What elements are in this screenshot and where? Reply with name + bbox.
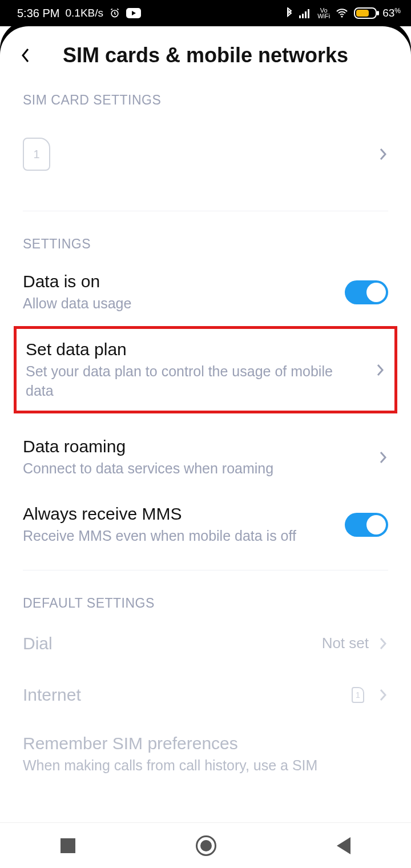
sim-card-icon: 1 xyxy=(23,138,50,171)
nav-home-icon[interactable] xyxy=(196,835,216,856)
screen: SIM cards & mobile networks SIM CARD SET… xyxy=(0,26,411,822)
battery-percent-value: 63 xyxy=(382,7,394,19)
row-mobile-data[interactable]: Data is on Allow data usage xyxy=(0,259,411,326)
section-sim-label: SIM CARD SETTINGS xyxy=(0,79,411,115)
mobile-data-toggle[interactable] xyxy=(345,280,388,304)
chevron-right-icon xyxy=(378,146,388,163)
navigation-bar xyxy=(0,822,411,868)
sim-slot-number: 1 xyxy=(33,148,39,161)
row-set-data-plan[interactable]: Set data plan Set your data plan to cont… xyxy=(26,339,385,401)
svg-rect-4 xyxy=(305,11,307,18)
youtube-icon xyxy=(126,8,141,18)
status-right: VoWiFi 63% xyxy=(285,7,401,19)
chevron-right-icon xyxy=(375,361,385,379)
row-always-mms-title: Always receive MMS xyxy=(23,504,333,524)
battery-percent-suffix: % xyxy=(394,7,401,15)
chevron-right-icon xyxy=(378,686,388,704)
row-dial-title: Dial xyxy=(23,633,311,654)
section-default-label: DEFAULT SETTINGS xyxy=(0,582,411,618)
sim-slot-row[interactable]: 1 xyxy=(0,115,411,199)
row-remember-sim-sub: When making calls from call history, use… xyxy=(23,756,377,775)
row-dial[interactable]: Dial Not set xyxy=(0,618,411,669)
vowifi-icon: VoWiFi xyxy=(317,7,330,19)
row-mobile-data-title: Data is on xyxy=(23,271,333,292)
status-bar: 5:36 PM 0.1KB/s VoWiFi 63% xyxy=(0,0,411,26)
svg-rect-3 xyxy=(302,14,304,18)
row-set-data-plan-sub: Set your data plan to control the usage … xyxy=(26,362,364,401)
status-net-speed: 0.1KB/s xyxy=(65,7,103,19)
always-mms-toggle[interactable] xyxy=(345,513,388,537)
signal-icon xyxy=(299,8,312,18)
battery-icon xyxy=(354,7,377,19)
nav-recent-icon[interactable] xyxy=(61,838,75,853)
wifi-icon xyxy=(336,8,348,18)
svg-rect-5 xyxy=(308,9,309,18)
row-remember-sim[interactable]: Remember SIM preferences When making cal… xyxy=(0,721,411,788)
divider xyxy=(23,570,388,570)
bluetooth-icon xyxy=(285,7,293,19)
row-always-mms[interactable]: Always receive MMS Receive MMS even when… xyxy=(0,491,411,558)
status-left: 5:36 PM 0.1KB/s xyxy=(17,7,141,20)
row-data-roaming[interactable]: Data roaming Connect to data services wh… xyxy=(0,424,411,491)
page-title: SIM cards & mobile networks xyxy=(17,43,394,67)
content: SIM CARD SETTINGS 1 SETTINGS Data is on … xyxy=(0,79,411,788)
alarm-icon xyxy=(109,7,120,19)
sim-badge-number: 1 xyxy=(356,690,360,700)
chevron-right-icon xyxy=(378,449,388,466)
battery-percent: 63% xyxy=(382,7,401,19)
row-set-data-plan-title: Set data plan xyxy=(26,339,364,360)
status-time: 5:36 PM xyxy=(17,7,59,20)
row-mobile-data-sub: Allow data usage xyxy=(23,294,333,314)
row-remember-sim-title: Remember SIM preferences xyxy=(23,733,377,754)
section-settings-label: SETTINGS xyxy=(0,223,411,259)
row-always-mms-sub: Receive MMS even when mobile data is off xyxy=(23,527,333,546)
svg-rect-2 xyxy=(299,15,301,18)
row-internet[interactable]: Internet 1 xyxy=(0,669,411,721)
row-internet-title: Internet xyxy=(23,685,340,705)
row-data-roaming-sub: Connect to data services when roaming xyxy=(23,459,366,479)
highlight-set-data-plan: Set data plan Set your data plan to cont… xyxy=(14,326,397,414)
row-data-roaming-title: Data roaming xyxy=(23,436,366,457)
chevron-right-icon xyxy=(378,635,388,652)
header: SIM cards & mobile networks xyxy=(0,26,411,79)
svg-point-6 xyxy=(341,15,343,17)
row-dial-value: Not set xyxy=(322,634,369,652)
sim-badge-icon: 1 xyxy=(352,687,364,703)
divider xyxy=(23,211,388,211)
nav-back-icon[interactable] xyxy=(337,837,350,854)
